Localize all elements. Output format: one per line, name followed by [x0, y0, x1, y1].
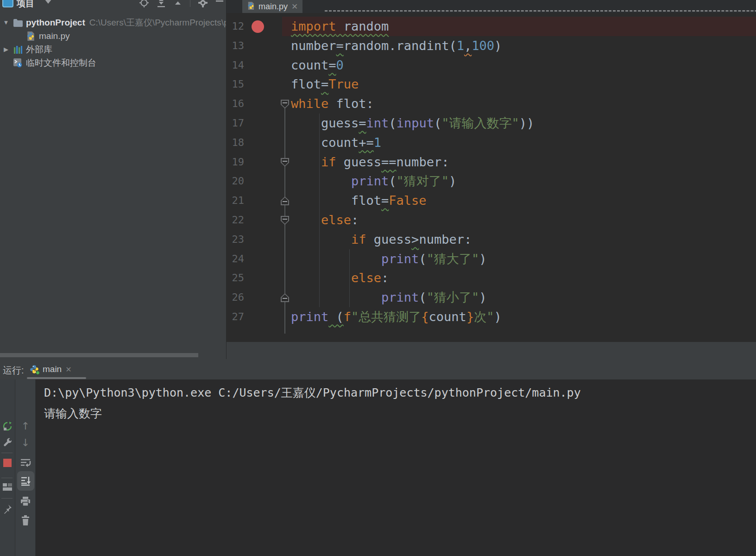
project-root-path: C:\Users\王嘉仪\PycharmProjects\pyt: [89, 18, 227, 27]
code-line[interactable]: 13number=random.randint(1,100): [227, 36, 756, 56]
code-line[interactable]: 14count=0: [227, 56, 756, 75]
line-number[interactable]: 16: [227, 94, 244, 114]
line-number[interactable]: 17: [227, 114, 244, 133]
tab-close-icon[interactable]: ✕: [291, 3, 298, 11]
rerun-button[interactable]: [0, 421, 15, 431]
code-line[interactable]: 15flot=True: [227, 75, 756, 94]
fold-open-icon[interactable]: [281, 158, 289, 167]
toolbar-separator: [190, 0, 190, 7]
editor-tab-main-py[interactable]: main.py ✕: [242, 0, 302, 13]
print-icon[interactable]: [16, 496, 35, 506]
code-line[interactable]: 19 if guess==number:: [227, 152, 756, 172]
line-number[interactable]: 13: [227, 36, 244, 56]
code-line[interactable]: 22 else:: [227, 210, 756, 230]
code-line-content[interactable]: while flot:: [291, 94, 374, 114]
code-line[interactable]: 18 count+=1: [227, 133, 756, 152]
code-line-content[interactable]: if guess>number:: [291, 230, 472, 249]
line-number[interactable]: 24: [227, 249, 244, 269]
run-settings-wrench-icon[interactable]: [0, 438, 15, 448]
line-number[interactable]: 19: [227, 152, 244, 172]
run-tab-close-icon[interactable]: ✕: [65, 365, 71, 374]
code-token: "猜小了": [427, 290, 479, 304]
code-line[interactable]: 25 else:: [227, 268, 756, 288]
code-line-content[interactable]: print (f"总共猜测了{count}次"): [291, 307, 502, 327]
line-number[interactable]: 25: [227, 268, 244, 288]
gear-icon[interactable]: [198, 0, 208, 8]
run-tab-main[interactable]: main ✕: [30, 361, 72, 377]
code-line[interactable]: 27print (f"总共猜测了{count}次"): [227, 307, 756, 327]
code-line-content[interactable]: guess=int(input("请输入数字")): [291, 114, 534, 133]
code-token: print: [381, 290, 419, 304]
up-stacktrace-icon[interactable]: ↑: [16, 420, 35, 432]
tree-item-main-py[interactable]: main.py: [0, 29, 226, 43]
line-number[interactable]: 22: [227, 210, 244, 230]
code-line-content[interactable]: count=0: [291, 56, 344, 75]
code-line[interactable]: 26 print("猜小了"): [227, 288, 756, 307]
horizontal-scrollbar[interactable]: [0, 353, 198, 357]
code-token: [291, 155, 321, 169]
line-number[interactable]: 27: [227, 307, 244, 327]
code-token: =: [321, 77, 328, 91]
code-editor[interactable]: 12import random13number=random.randint(1…: [227, 13, 756, 342]
code-line-content[interactable]: if guess==number:: [291, 152, 449, 172]
code-line-content[interactable]: else:: [291, 210, 359, 230]
line-number[interactable]: 20: [227, 171, 244, 191]
code-token: (: [389, 174, 396, 188]
code-line-content[interactable]: import random: [291, 17, 389, 36]
line-number[interactable]: 21: [227, 191, 244, 210]
code-token: ==: [381, 155, 397, 169]
code-token: [291, 174, 351, 188]
code-line-content[interactable]: flot=True: [291, 75, 359, 94]
chevron-right-icon[interactable]: ▶: [3, 43, 9, 56]
breakpoint-icon[interactable]: [252, 20, 264, 33]
line-number[interactable]: 15: [227, 75, 244, 94]
tree-item-external-libraries[interactable]: ▶ 外部库: [0, 43, 226, 56]
line-number[interactable]: 26: [227, 288, 244, 307]
fold-open-icon[interactable]: [281, 100, 289, 108]
console-output[interactable]: D:\py\Python3\python.exe C:/Users/王嘉仪/Py…: [36, 379, 756, 556]
code-line-content[interactable]: number=random.randint(1,100): [291, 36, 502, 56]
code-token: ,: [464, 38, 472, 53]
code-line-content[interactable]: print("猜对了"): [291, 171, 456, 191]
project-toolwindow-icon[interactable]: [2, 0, 13, 7]
line-number[interactable]: 23: [227, 230, 244, 249]
layout-settings-icon[interactable]: [0, 482, 15, 492]
code-line[interactable]: 20 print("猜对了"): [227, 171, 756, 191]
line-number[interactable]: 18: [227, 133, 244, 152]
chevron-down-icon[interactable]: [44, 0, 52, 4]
collapse-all-icon[interactable]: [173, 0, 183, 8]
line-number[interactable]: 14: [227, 56, 244, 75]
fold-end-icon[interactable]: [281, 196, 289, 205]
code-token: =: [328, 58, 336, 72]
hide-panel-icon[interactable]: [215, 0, 224, 8]
soft-wrap-icon[interactable]: [16, 457, 35, 468]
code-line-content[interactable]: print("猜大了"): [291, 249, 486, 269]
locate-file-icon[interactable]: [139, 0, 149, 8]
line-number[interactable]: 12: [227, 17, 244, 36]
code-line[interactable]: 12import random: [227, 17, 756, 36]
code-line-content[interactable]: else:: [291, 268, 389, 288]
tree-item-python-project[interactable]: ▼ pythonProjectC:\Users\王嘉仪\PycharmProje…: [0, 16, 226, 29]
code-token: number:: [419, 232, 472, 246]
fold-open-icon[interactable]: [281, 216, 289, 225]
scroll-to-end-icon[interactable]: [16, 475, 35, 486]
code-line[interactable]: 17 guess=int(input("请输入数字")): [227, 114, 756, 133]
toolbar-separator: [1, 498, 13, 499]
code-line-content[interactable]: print("猜小了"): [291, 288, 486, 307]
code-line-content[interactable]: count+=1: [291, 133, 381, 152]
code-line[interactable]: 21 flot=False: [227, 191, 756, 210]
code-line[interactable]: 23 if guess>number:: [227, 230, 756, 249]
pin-tab-icon[interactable]: [0, 504, 15, 514]
project-panel-title[interactable]: 项目: [17, 0, 34, 10]
code-line[interactable]: 24 print("猜大了"): [227, 249, 756, 269]
code-line-content[interactable]: flot=False: [291, 191, 427, 210]
clear-console-trash-icon[interactable]: [16, 515, 35, 526]
fold-end-icon[interactable]: [281, 293, 289, 302]
down-stacktrace-icon[interactable]: ↓: [16, 437, 35, 449]
chevron-down-icon[interactable]: ▼: [3, 16, 9, 29]
expand-all-icon[interactable]: [157, 0, 166, 8]
stop-button[interactable]: [0, 458, 15, 468]
console-toolbar: ↑ ↓: [16, 379, 36, 556]
code-line[interactable]: 16while flot:: [227, 94, 756, 114]
tree-item-scratches[interactable]: 临时文件和控制台: [0, 56, 226, 70]
